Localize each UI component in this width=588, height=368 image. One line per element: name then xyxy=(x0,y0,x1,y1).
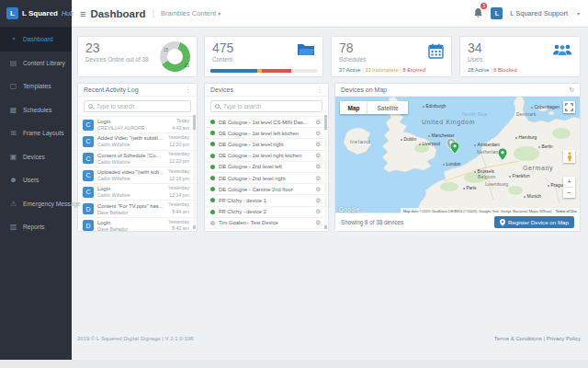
gear-icon[interactable]: ⚙ xyxy=(315,219,321,226)
map-canvas[interactable]: North SeaUnited KingdomIrelandGermanyDen… xyxy=(335,97,580,214)
page-title: Dashboard xyxy=(90,8,145,19)
map-label: Frankfurt xyxy=(509,174,530,178)
sidebar: L L Squared Hub ◔ Dashboard ▤ Content Li… xyxy=(0,0,72,360)
device-row[interactable]: FR Clichy - device 1 ⚙ xyxy=(205,194,328,205)
context-selector[interactable]: Brambles Content xyxy=(161,9,216,17)
satellite-view-button[interactable]: Satellite xyxy=(368,101,408,114)
logo-suffix: Hub xyxy=(62,10,74,17)
activity-date: Yesterday xyxy=(168,168,189,176)
activity-row[interactable]: C Login. CREVILLAY AURORE Today 4:43 am xyxy=(78,116,197,132)
devices-panel-title: Devices xyxy=(210,86,233,93)
card-content[interactable]: 475 Content xyxy=(204,36,323,77)
users-icon: ☻ xyxy=(8,176,18,184)
activity-row[interactable]: C Uploaded video "(with subtitles)... Ca… xyxy=(78,167,197,183)
device-row[interactable]: DE Cologne - 2nd level left ⚙ xyxy=(205,161,328,172)
refresh-icon[interactable]: ↻ xyxy=(569,86,574,94)
register-device-button[interactable]: Register Device on Map xyxy=(494,216,574,228)
activity-time: 12:16 pm xyxy=(168,176,189,183)
device-status-dot xyxy=(210,176,215,180)
card-devices-online[interactable]: 23 Devices Online out of 38 15 23 xyxy=(77,36,198,77)
device-row[interactable]: DE Cologne - 1st level right ⚙ xyxy=(205,138,328,149)
user-initial-avatar: C xyxy=(83,187,94,198)
zoom-out-button[interactable]: − xyxy=(563,188,575,198)
footer: 2019 © L Squared Digital Signage | V 2.1… xyxy=(77,336,581,341)
sidebar-item-devices[interactable]: ▣ Devices xyxy=(0,145,72,169)
device-status-dot xyxy=(210,165,215,169)
activity-row[interactable]: C Added Video "(with subtitles) M... Cai… xyxy=(78,132,197,149)
device-row[interactable]: DE Cologne - Cantine 2nd floor ⚙ xyxy=(205,183,328,194)
gear-icon[interactable]: ⚙ xyxy=(315,152,321,159)
activity-scrollbar[interactable] xyxy=(193,115,196,229)
device-row[interactable]: Tim Goalen - Test Device ⚙ xyxy=(205,217,328,228)
activity-date: Yesterday xyxy=(168,219,189,226)
stat-text: 6 Blocked xyxy=(493,67,516,73)
device-row[interactable]: DE Cologne - 2nd level right ⚙ xyxy=(205,172,328,183)
sidebar-item-emergency-message[interactable]: ⚠ Emergency Message xyxy=(0,192,72,216)
sidebar-item-templates[interactable]: ▢ Templates xyxy=(0,75,72,98)
copyright-text: 2019 © L Squared Digital Signage | V 2.1… xyxy=(77,336,194,341)
map-device-pin[interactable] xyxy=(498,147,507,164)
map-device-pin[interactable] xyxy=(450,141,459,157)
gear-icon[interactable]: ⚙ xyxy=(315,163,321,170)
reports-icon: ▥ xyxy=(8,223,18,231)
search-icon xyxy=(88,104,93,109)
sidebar-item-dashboard[interactable]: ◔ Dashboard xyxy=(0,28,72,52)
map-label: United Kingdom xyxy=(422,119,475,125)
gear-icon[interactable]: ⚙ xyxy=(315,230,321,232)
card-schedules[interactable]: 78 Schedules 37 Active | 33 Incomplete |… xyxy=(331,36,452,77)
gear-icon[interactable]: ⚙ xyxy=(315,119,321,126)
device-row[interactable]: UAE Dubai - Warehouse ⚙ xyxy=(205,228,328,232)
sidebar-item-schedules[interactable]: ▦ Schedules xyxy=(0,98,72,122)
app-window: L L Squared Hub ◔ Dashboard ▤ Content Li… xyxy=(0,0,588,360)
device-row[interactable]: DE Cologne - 1st level CS-MIN Das... ⚙ xyxy=(205,116,328,127)
recent-activity-panel: Recent Activity Log ⋮ C Login. CREVILLAY… xyxy=(77,83,198,232)
sidebar-item-reports[interactable]: ▥ Reports xyxy=(0,215,72,239)
gear-icon[interactable]: ⚙ xyxy=(315,130,321,137)
card-users[interactable]: 34 Users 28 Active | 6 Blocked xyxy=(459,36,581,77)
app-logo[interactable]: L L Squared Hub xyxy=(0,0,72,28)
activity-time: 8:44 am xyxy=(168,209,189,216)
devices-scrollbar[interactable] xyxy=(324,115,327,229)
sidebar-item-content-library[interactable]: ▤ Content Library xyxy=(0,52,72,75)
gear-icon[interactable]: ⚙ xyxy=(315,208,321,215)
privacy-policy-link[interactable]: Privacy Policy xyxy=(547,336,581,341)
activity-row[interactable]: D Content "For TV.pptx" has been ... Dav… xyxy=(78,200,197,216)
device-row[interactable]: FR Clichy - device 2 ⚙ xyxy=(205,206,328,217)
gear-icon[interactable]: ⚙ xyxy=(315,197,321,204)
device-row[interactable]: DE Cologne - 1st level left kitchen ⚙ xyxy=(205,127,328,138)
activity-row[interactable]: C Content of Schedule "Communic... Caitl… xyxy=(78,150,197,167)
devices-panel: Devices ⋮ DE Cologne - 1st level CS-MIN … xyxy=(204,83,329,232)
sidebar-item-frame-layouts[interactable]: ⊞ Frame Layouts xyxy=(0,121,72,145)
activity-time: 12:20 pm xyxy=(168,142,189,149)
zoom-in-button[interactable]: + xyxy=(563,177,575,187)
sidebar-item-users[interactable]: ☻ Users xyxy=(0,168,72,192)
map-view-button[interactable]: Map xyxy=(340,101,368,114)
devices-search-input[interactable] xyxy=(223,103,318,109)
device-row[interactable]: DE Cologne - 1st level right kitchen ⚙ xyxy=(205,150,328,161)
notifications-button[interactable]: 3 xyxy=(473,6,483,22)
kebab-menu-icon[interactable]: ⋮ xyxy=(316,86,322,94)
content-progress-bar xyxy=(210,69,317,73)
street-view-pegman[interactable] xyxy=(563,150,575,163)
hamburger-icon[interactable]: ≡ xyxy=(80,8,85,19)
terms-conditions-link[interactable]: Terms & Conditions xyxy=(494,336,542,341)
activity-row[interactable]: D Login. Dave Bahadur Yesterday 8:42 am xyxy=(78,217,197,232)
devices-search xyxy=(210,100,322,112)
device-name: FR Clichy - device 2 xyxy=(219,209,311,214)
activity-row[interactable]: C Login. Caitlin Wiltshire Yesterday 12:… xyxy=(78,183,197,200)
gear-icon[interactable]: ⚙ xyxy=(315,175,321,182)
activity-date: Yesterday xyxy=(168,201,189,209)
gear-icon[interactable]: ⚙ xyxy=(315,186,321,193)
terms-of-use-link[interactable]: Terms of Use xyxy=(555,209,577,213)
kebab-menu-icon[interactable]: ⋮ xyxy=(185,86,191,94)
map-attribution: Map data ©2019 GeoBasis-DE/BKG (©2009), … xyxy=(401,208,580,214)
pegman-icon xyxy=(566,152,573,162)
avatar[interactable]: L xyxy=(491,7,503,19)
activity-search-input[interactable] xyxy=(96,103,187,109)
fullscreen-button[interactable] xyxy=(563,101,575,113)
user-menu[interactable]: L Squared Support xyxy=(510,9,568,17)
gear-icon[interactable]: ⚙ xyxy=(315,141,321,148)
chevron-down-icon: ▾ xyxy=(577,10,580,17)
activity-time: 8:42 am xyxy=(168,225,189,232)
users-stats: 28 Active | 6 Blocked xyxy=(468,67,517,73)
